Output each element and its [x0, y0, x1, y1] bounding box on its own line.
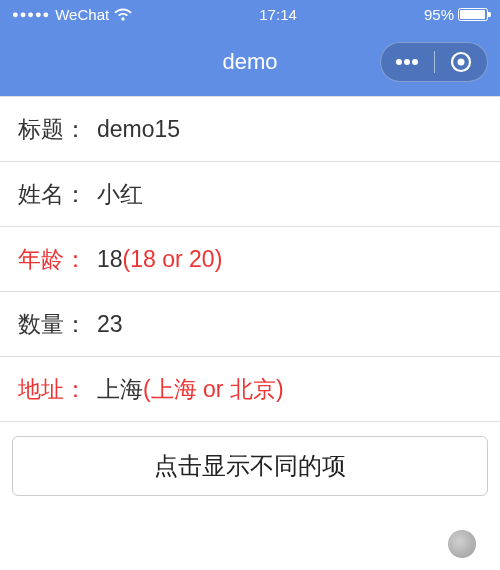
- list-item: 数量： 23: [0, 292, 500, 357]
- list-item: 地址： 上海(上海 or 北京): [0, 357, 500, 422]
- status-bar: ●●●●● WeChat 17:14 95%: [0, 0, 500, 28]
- wifi-icon: [114, 8, 132, 21]
- data-list: 标题： demo15 姓名： 小红 年龄： 18(18 or 20) 数量： 2…: [0, 96, 500, 422]
- svg-point-4: [457, 59, 464, 66]
- devtool-fab[interactable]: [448, 530, 476, 558]
- action-button-label: 点击显示不同的项: [154, 450, 346, 482]
- row-alt: (18 or 20): [123, 246, 223, 273]
- list-item: 姓名： 小红: [0, 162, 500, 227]
- row-value: 23: [97, 311, 123, 338]
- row-alt: (上海 or 北京): [143, 374, 284, 405]
- row-label: 地址：: [18, 374, 87, 405]
- svg-point-1: [404, 59, 410, 65]
- signal-dots-icon: ●●●●●: [12, 8, 50, 20]
- nav-bar: demo: [0, 28, 500, 96]
- row-label: 标题：: [18, 114, 87, 145]
- svg-point-2: [412, 59, 418, 65]
- capsule-close-button[interactable]: [435, 51, 488, 73]
- row-label: 年龄：: [18, 244, 87, 275]
- capsule-more-button[interactable]: [381, 58, 434, 66]
- status-time: 17:14: [259, 6, 297, 23]
- row-label: 姓名：: [18, 179, 87, 210]
- row-value: 小红: [97, 179, 143, 210]
- battery-percent: 95%: [424, 6, 454, 23]
- list-item: 年龄： 18(18 or 20): [0, 227, 500, 292]
- row-value: 18: [97, 246, 123, 273]
- row-value: 上海: [97, 374, 143, 405]
- page-title: demo: [222, 49, 277, 75]
- svg-point-0: [396, 59, 402, 65]
- list-item: 标题： demo15: [0, 97, 500, 162]
- status-right: 95%: [424, 6, 488, 23]
- row-label: 数量：: [18, 309, 87, 340]
- battery-icon: [458, 8, 488, 21]
- carrier-label: WeChat: [55, 6, 109, 23]
- row-value: demo15: [97, 116, 180, 143]
- status-left: ●●●●● WeChat: [12, 6, 132, 23]
- show-diff-button[interactable]: 点击显示不同的项: [12, 436, 488, 496]
- capsule-menu: [380, 42, 488, 82]
